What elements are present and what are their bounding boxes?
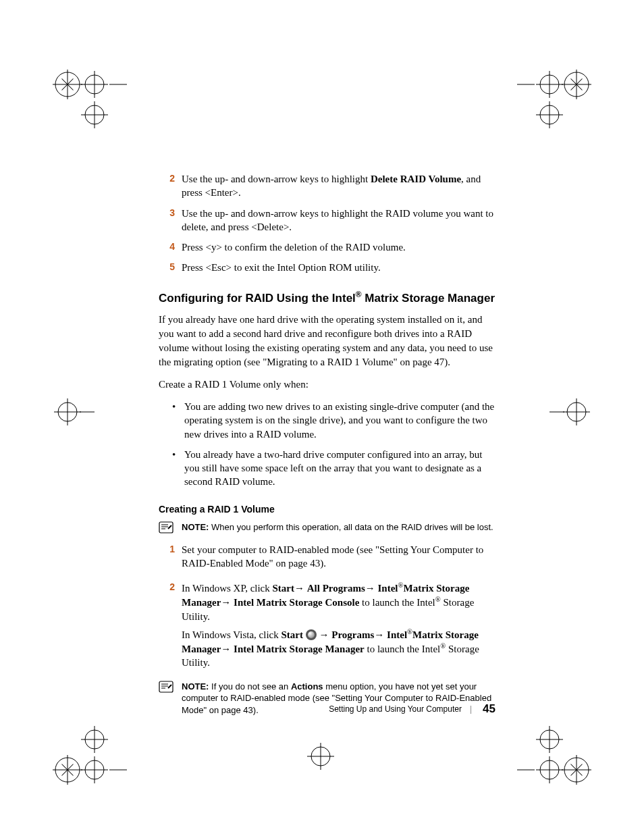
step-item: 5Press <Esc> to exit the Intel Option RO… (159, 261, 496, 274)
crop-mark-mid-right (549, 392, 597, 432)
step-number: 5 (159, 261, 182, 274)
step-item: 3Use the up- and down-arrow keys to high… (159, 207, 496, 234)
note-icon (159, 521, 175, 536)
bullet-item: You already have a two-hard drive comput… (175, 448, 496, 489)
step-item: 2In Windows XP, click Start→ All Program… (159, 581, 496, 674)
step-paragraph: In Windows Vista, click Start → Programs… (182, 627, 496, 670)
page-content: 2Use the up- and down-arrow keys to high… (159, 172, 496, 723)
step-item: 2Use the up- and down-arrow keys to high… (159, 172, 496, 200)
bullet-list: You are adding two new drives to an exis… (159, 400, 496, 489)
step-number: 2 (159, 172, 182, 200)
step-text: In Windows XP, click Start→ All Programs… (182, 581, 496, 674)
svg-rect-59 (159, 522, 173, 533)
footer-separator: | (470, 704, 472, 714)
note-block-1: NOTE: When you perform this operation, a… (159, 521, 496, 536)
windows-start-icon (306, 629, 317, 640)
page-footer: Setting Up and Using Your Computer | 45 (329, 702, 495, 716)
step-text: Press <Esc> to exit the Intel Option ROM… (182, 261, 496, 274)
intro-paragraph: If you already have one hard drive with … (159, 313, 496, 369)
crop-mark-bottom-center (294, 736, 348, 777)
create-when-paragraph: Create a RAID 1 Volume only when: (159, 377, 496, 392)
crop-mark-top-left (47, 57, 128, 132)
step-text: Press <y> to confirm the deletion of the… (182, 240, 496, 254)
step-number: 3 (159, 207, 182, 234)
step-item: 1Set your computer to RAID-enabled mode … (159, 543, 496, 575)
heading-creating-raid1: Creating a RAID 1 Volume (159, 504, 496, 515)
step-paragraph: Set your computer to RAID-enabled mode (… (182, 543, 496, 571)
step-number: 4 (159, 240, 182, 254)
step-item: 4Press <y> to confirm the deletion of th… (159, 240, 496, 254)
note-text-1: NOTE: When you perform this operation, a… (175, 521, 496, 533)
crop-mark-top-right (516, 57, 597, 132)
crop-mark-bottom-left (47, 719, 128, 793)
crop-mark-mid-left (47, 392, 95, 432)
numbered-steps-top: 2Use the up- and down-arrow keys to high… (159, 172, 496, 275)
step-paragraph: In Windows XP, click Start→ All Programs… (182, 581, 496, 623)
heading-config-raid: Configuring for RAID Using the Intel® Ma… (159, 290, 496, 305)
step-number: 2 (159, 581, 182, 674)
footer-page-number: 45 (483, 702, 495, 716)
numbered-steps-bottom: 1Set your computer to RAID-enabled mode … (159, 543, 496, 674)
svg-rect-63 (159, 681, 173, 692)
bullet-item: You are adding two new drives to an exis… (175, 400, 496, 441)
note-icon (159, 681, 175, 696)
step-number: 1 (159, 543, 182, 575)
crop-mark-bottom-right (516, 719, 597, 793)
step-text: Set your computer to RAID-enabled mode (… (182, 543, 496, 575)
footer-section-title: Setting Up and Using Your Computer (329, 704, 462, 714)
step-text: Use the up- and down-arrow keys to highl… (182, 207, 496, 234)
step-text: Use the up- and down-arrow keys to highl… (182, 172, 496, 200)
